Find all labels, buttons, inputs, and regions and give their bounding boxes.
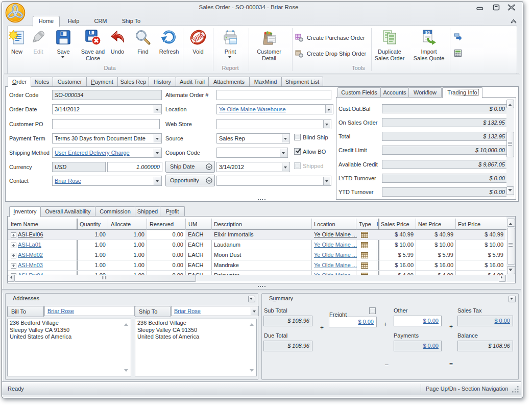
svg-text:SQ: SQ	[425, 31, 430, 35]
